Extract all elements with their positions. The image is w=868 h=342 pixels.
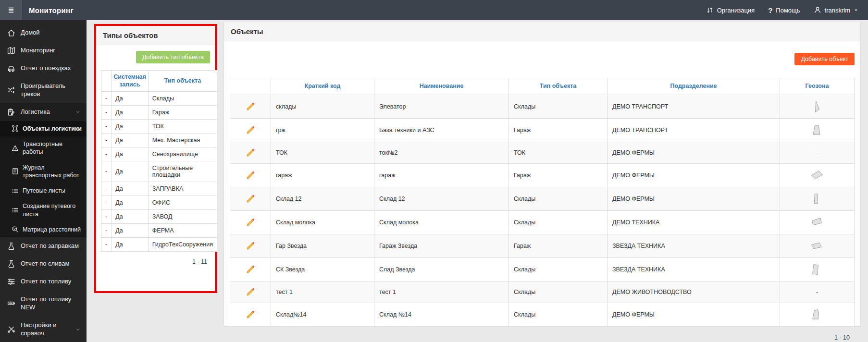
help-menu[interactable]: ? Помощь [768,6,800,14]
column-header-name[interactable]: Наименование [374,78,509,95]
object-row[interactable]: Склад 12Склад 12СкладыДЕМО ФЕРМЫ [230,187,855,210]
user-menu[interactable]: transkrim [814,6,858,14]
list-icon [12,207,19,214]
object-row[interactable]: Склад молокаСклад молокаСкладыДЕМО ТЕХНИ… [230,210,855,234]
geozone-shape [810,100,824,113]
sidebar-item-monitoring[interactable]: Мониторинг [0,42,87,60]
object-row[interactable]: Склад№14Склад №14СкладыДЕМО ФЕРМЫ [230,303,855,326]
cell-geozone [780,210,855,234]
edit-pencil-icon[interactable] [245,125,256,135]
cell-name: Элеватор [374,95,509,118]
edit-pencil-icon[interactable] [245,241,256,251]
object-type-row[interactable]: -ДаТОК [101,120,217,134]
object-type-row[interactable]: -ДаМех. Мастерская [101,134,217,147]
hamburger-icon [7,6,15,14]
hamburger-menu-button[interactable] [0,0,22,20]
sidebar-item-waybill-create[interactable]: Создание путевого листа [0,198,87,222]
column-header-division[interactable]: Подразделение [608,78,780,95]
sidebar-item-transport-journal[interactable]: Журнал транспортных работ [0,160,87,183]
edit-pencil-icon[interactable] [245,170,256,181]
object-type-row[interactable]: -ДаЗАПРАВКА [101,182,217,196]
edit-pencil-icon[interactable] [245,217,256,228]
cell-edit[interactable] [230,234,271,257]
cell-dash: - [101,224,112,238]
object-row[interactable]: Гар ЗвездаГараж ЗвездаГаражЗВЕЗДА ТЕХНИК… [230,234,855,257]
edit-pencil-icon[interactable] [245,287,256,297]
object-type-row[interactable]: -ДаОФИС [101,196,217,210]
object-type-row[interactable]: -ДаГидроТехСооружения [101,238,217,252]
cell-short-code: Склад№14 [271,303,374,326]
edit-pencil-icon[interactable] [245,101,256,112]
sidebar-item-refuel-report[interactable]: Отчет по заправкам [0,237,87,255]
object-row[interactable]: тест 1тест 1СкладыДЕМО ЖИВОТНОВОДСТВО- [230,281,855,303]
object-row[interactable]: СК ЗвездаСлад ЗвездаСкладыЗВЕЗДА ТЕХНИКА [230,257,855,281]
sidebar-item-label: Мониторинг [21,47,81,55]
geozone-shape [810,308,824,321]
object-type-row[interactable]: -ДаСтроительные площадки [101,161,217,182]
cell-name: Склад №14 [374,303,509,326]
edit-pencil-icon[interactable] [245,264,256,275]
column-header-empty [230,78,271,95]
sidebar-item-settings[interactable]: Настройки и справоч [0,317,87,342]
cell-object-type: ОФИС [148,196,217,210]
cell-edit[interactable] [230,142,271,163]
object-type-row[interactable]: -ДаСенохранилище [101,147,217,161]
object-row[interactable]: гаражгаражГаражДЕМО ФЕРМЫ [230,163,855,187]
sidebar-item-trip-report[interactable]: Отчет о поездках [0,60,87,77]
cell-dash: - [101,120,112,134]
objects-panel: Объекты Добавить объект Краткий код Наим… [224,22,860,326]
sidebar-item-logistics-objects[interactable]: Объекты логистики [0,121,87,136]
highlight-red-border: Типы объектов Добавить тип объекта Систе… [94,24,217,293]
sidebar-item-label: Отчет по топливу [21,278,81,286]
column-header-object-type[interactable]: Тип объекта [509,78,608,95]
edit-pencil-icon[interactable] [245,147,256,158]
cell-dash: - [101,147,112,161]
sidebar-item-fuel-report-new[interactable]: Отчет по топливу NEW [0,291,87,317]
cell-system-record: Да [112,161,149,182]
organization-menu[interactable]: Организация [706,6,755,14]
cell-edit[interactable] [230,187,271,210]
sidebar-item-fuel-report[interactable]: Отчет по топливу [0,273,87,291]
topbar: Мониторинг Организация ? Помощь transkri… [0,0,868,20]
column-header-system-record[interactable]: Системная запись [112,71,149,92]
object-row[interactable]: складыЭлеваторСкладыДЕМО ТРАНСПОРТ [230,95,855,118]
cell-name: Слад Звезда [374,257,509,281]
cell-edit[interactable] [230,118,271,142]
column-header-object-type[interactable]: Тип объекта [148,71,217,92]
object-type-row[interactable]: -ДаГараж [101,106,217,120]
cell-geozone [780,118,855,142]
sidebar-item-logistics[interactable]: Логистика [0,103,87,121]
cell-geozone: - [780,142,855,163]
cell-edit[interactable] [230,281,271,303]
sidebar-item-home[interactable]: Домой [0,24,87,42]
cell-object-type: ЗАПРАВКА [148,182,217,196]
edit-pencil-icon[interactable] [245,194,256,204]
help-label: Помощь [776,7,800,14]
sidebar-item-label: Отчет о поездках [21,64,81,73]
column-header-short-code[interactable]: Краткий код [271,78,374,95]
add-object-type-button[interactable]: Добавить тип объекта [136,51,210,63]
caret-down-icon [854,8,858,12]
cell-edit[interactable] [230,95,271,118]
object-type-row[interactable]: -ДаЗАВОД [101,210,217,224]
sidebar-item-waybills[interactable]: Путевые листы [0,183,87,198]
sidebar-item-drain-report[interactable]: Отчет по сливам [0,255,87,273]
cell-edit[interactable] [230,163,271,187]
cell-edit[interactable] [230,210,271,234]
object-type-row[interactable]: -ДаФЕРМА [101,224,217,238]
add-object-button[interactable]: Добавить объект [794,53,855,65]
sidebar-item-transport-works[interactable]: Транспортные работы [0,136,87,160]
sidebar-item-distance-matrix[interactable]: Матрица расстояний [0,222,87,237]
cell-edit[interactable] [230,303,271,326]
column-header-geozone[interactable]: Геозона [780,78,855,95]
sidebar-item-track-player[interactable]: Проигрыватель треков [0,77,87,103]
cell-division: ДЕМО ФЕРМЫ [608,187,780,210]
object-type-row[interactable]: -ДаСклады [101,92,217,106]
sidebar-item-label: Настройки и справоч [21,321,70,338]
geozone-shape [810,263,824,276]
object-row[interactable]: гржБаза техники и АЗСГаражДЕМО ТРАНСПОРТ [230,118,855,142]
object-row[interactable]: ТОКток№2ТОКДЕМО ФЕРМЫ- [230,142,855,163]
edit-pencil-icon[interactable] [245,309,256,320]
cell-edit[interactable] [230,257,271,281]
person-icon [814,6,821,14]
